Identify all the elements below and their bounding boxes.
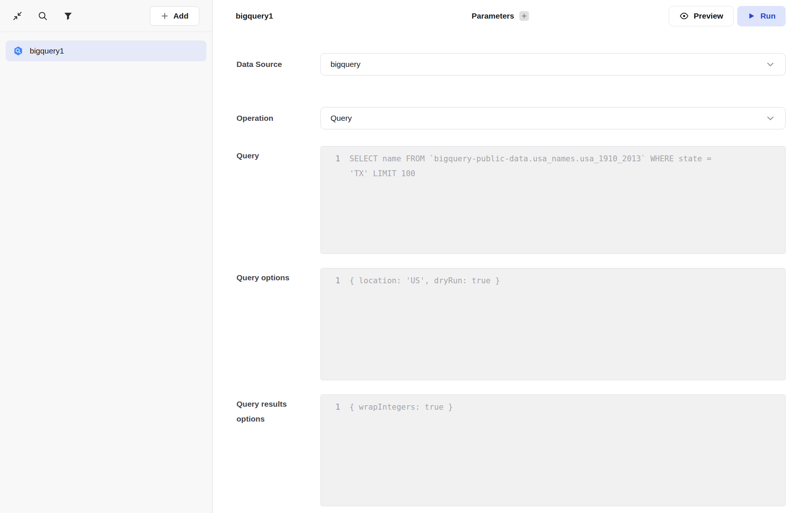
preview-button[interactable]: Preview — [669, 6, 734, 26]
data-source-label: Data Source — [236, 57, 302, 72]
sidebar-header: Add — [0, 0, 212, 32]
query-row: Query 1 SELECT name FROM `bigquery-publi… — [236, 146, 786, 254]
preview-button-label: Preview — [694, 12, 723, 20]
main-header: bigquery1 Parameters Preview — [213, 0, 812, 32]
collapse-panel-icon[interactable] — [11, 10, 24, 22]
chevron-down-icon — [765, 59, 776, 70]
main-panel: bigquery1 Parameters Preview — [213, 0, 812, 513]
operation-row: Operation Query — [236, 107, 786, 129]
data-source-value: bigquery — [331, 60, 361, 69]
header-actions: Preview Run — [669, 6, 786, 26]
sidebar-item-bigquery1[interactable]: bigquery1 — [6, 41, 206, 61]
query-options-row: Query options 1 { location: 'US', dryRun… — [236, 268, 786, 380]
add-parameter-button[interactable] — [519, 11, 529, 21]
run-button[interactable]: Run — [737, 6, 786, 26]
query-results-options-placeholder: { wrapIntegers: true } — [340, 400, 460, 506]
query-placeholder: SELECT name FROM `bigquery-public-data.u… — [340, 151, 719, 254]
line-number: 1 — [321, 151, 340, 254]
operation-label: Operation — [236, 111, 302, 126]
sidebar-query-list: bigquery1 — [0, 32, 212, 70]
parameters-label: Parameters — [472, 12, 514, 20]
play-icon — [747, 12, 755, 20]
query-code-editor[interactable]: 1 SELECT name FROM `bigquery-public-data… — [320, 146, 786, 254]
data-source-row: Data Source bigquery — [236, 53, 786, 75]
eye-icon — [679, 11, 689, 21]
sidebar: Add bigquery1 — [0, 0, 213, 513]
run-button-label: Run — [760, 12, 776, 20]
add-button-label: Add — [173, 12, 188, 20]
chevron-down-icon — [765, 113, 776, 123]
line-number: 1 — [321, 273, 340, 380]
plus-icon — [521, 13, 527, 19]
query-results-options-editor[interactable]: 1 { wrapIntegers: true } — [320, 394, 786, 506]
add-query-button[interactable]: Add — [150, 6, 199, 26]
operation-value: Query — [331, 114, 352, 123]
operation-select[interactable]: Query — [320, 107, 786, 129]
parameters-group: Parameters — [472, 11, 529, 21]
search-icon[interactable] — [36, 10, 49, 22]
app-window: Add bigquery1 bigquery1 Parameters — [0, 0, 812, 513]
query-options-label: Query options — [236, 268, 302, 285]
plus-icon — [161, 12, 169, 20]
query-form: Data Source bigquery Operation — [213, 32, 812, 513]
sidebar-item-label: bigquery1 — [30, 46, 64, 55]
line-number: 1 — [321, 400, 340, 506]
query-options-placeholder: { location: 'US', dryRun: true } — [340, 273, 508, 380]
query-label: Query — [236, 146, 302, 163]
query-results-options-row: Query results options 1 { wrapIntegers: … — [236, 394, 786, 506]
filter-icon[interactable] — [62, 10, 74, 22]
data-source-select[interactable]: bigquery — [320, 53, 786, 75]
query-results-options-label: Query results options — [236, 394, 302, 426]
page-title: bigquery1 — [236, 12, 273, 20]
query-options-editor[interactable]: 1 { location: 'US', dryRun: true } — [320, 268, 786, 380]
bigquery-icon — [13, 46, 23, 56]
